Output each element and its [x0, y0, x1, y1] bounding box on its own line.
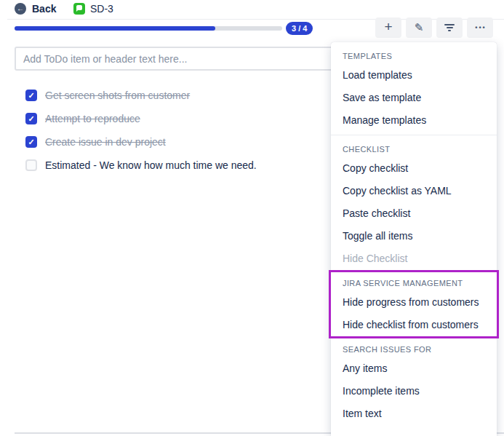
menu-item-hide-checklist-from-customers[interactable]: Hide checklist from customers — [331, 314, 497, 336]
issue-key[interactable]: SD-3 — [90, 3, 113, 15]
ellipsis-icon: ••• — [475, 24, 486, 31]
menu-item-hide-progress-from-customers[interactable]: Hide progress from customers — [331, 291, 497, 314]
context-menu: TEMPLATESLoad templatesSave as templateM… — [331, 42, 497, 436]
menu-divider — [331, 135, 497, 135]
plus-icon: + — [384, 19, 392, 35]
checklist-app: ← Back SD-3 3 / 4 +✎••• Get screen shots… — [0, 0, 504, 436]
unchecked-checkbox-icon[interactable] — [25, 159, 37, 171]
menu-item-paste-checklist[interactable]: Paste checklist — [331, 202, 497, 225]
checked-checkbox-icon[interactable] — [25, 136, 37, 148]
checked-checkbox-icon[interactable] — [25, 113, 37, 124]
checklist-item-label: Estimated - We know how much time we nee… — [45, 159, 257, 171]
checklist: Get screen shots from customerAttempt to… — [25, 84, 316, 177]
menu-item-load-templates[interactable]: Load templates — [331, 64, 497, 87]
add-item-button[interactable]: + — [375, 17, 401, 38]
menu-item-item-text[interactable]: Item text — [331, 403, 497, 425]
progress-badge: 3 / 4 — [286, 22, 313, 35]
menu-section-header: CHECKLIST — [331, 138, 497, 157]
menu-item-any-items[interactable]: Any items — [331, 357, 497, 380]
menu-section-header: JIRA SERVICE MANAGEMENT — [331, 272, 497, 291]
jsm-highlight-box: JIRA SERVICE MANAGEMENTHide progress fro… — [329, 270, 499, 338]
issue-breadcrumb: SD-3 — [73, 3, 113, 15]
checklist-item[interactable]: Estimated - We know how much time we nee… — [25, 154, 316, 177]
menu-item-hide-checklist: Hide Checklist — [331, 247, 497, 270]
checklist-item[interactable]: Attempt to reproduce — [25, 107, 316, 130]
checklist-item-label: Get screen shots from customer — [45, 90, 190, 101]
progress-bar — [15, 26, 282, 31]
checklist-item-label: Create issue in dev project — [45, 136, 166, 148]
menu-item-incomplete-items[interactable]: Incomplete items — [331, 380, 497, 403]
more-button[interactable]: ••• — [467, 17, 493, 38]
menu-section-header: TEMPLATES — [331, 45, 497, 64]
menu-item-manage-templates[interactable]: Manage templates — [331, 109, 497, 132]
toolbar: +✎••• — [375, 17, 493, 38]
pencil-icon: ✎ — [415, 21, 424, 34]
progress-fill — [15, 26, 215, 31]
back-label: Back — [32, 3, 56, 15]
checklist-item[interactable]: Get screen shots from customer — [25, 84, 316, 107]
menu-item-copy-checklist-as-yaml[interactable]: Copy checklist as YAML — [331, 180, 497, 202]
menu-section-header: SEARCH ISSUES FOR — [331, 338, 497, 357]
edit-button[interactable]: ✎ — [406, 17, 432, 38]
checklist-item[interactable]: Create issue in dev project — [25, 130, 316, 154]
menu-item-copy-checklist[interactable]: Copy checklist — [331, 157, 497, 180]
menu-item-toggle-all-items[interactable]: Toggle all items — [331, 225, 497, 247]
checklist-item-label: Attempt to reproduce — [45, 113, 140, 124]
back-button[interactable]: ← Back — [15, 3, 56, 15]
back-arrow-icon: ← — [15, 3, 26, 15]
filter-icon — [444, 24, 455, 31]
checked-checkbox-icon[interactable] — [25, 90, 37, 101]
service-request-icon — [73, 3, 85, 15]
filter-button[interactable] — [436, 17, 463, 38]
menu-item-save-as-template[interactable]: Save as template — [331, 87, 497, 109]
